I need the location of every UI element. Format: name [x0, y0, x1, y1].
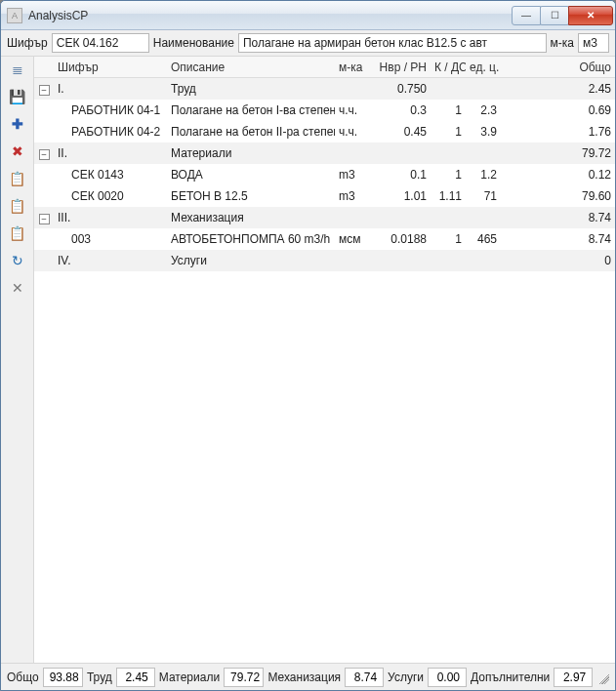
cell-desc: Труд [167, 82, 335, 96]
cell-k: 1 [431, 103, 466, 117]
table-row[interactable]: 003АВТОБЕТОНПОМПА 60 m3/hмсм0.018814658.… [34, 228, 615, 250]
grid[interactable]: Шифър Описание м-ка Нвр / РН К / ДСР ед.… [34, 57, 615, 663]
col-total[interactable]: Общо [530, 61, 615, 74]
cell-nvr: 1.01 [372, 189, 431, 203]
cell-dsr: 71 [466, 189, 501, 203]
cell-total: 8.74 [530, 211, 615, 224]
col-ed[interactable]: ед. ц. [466, 61, 501, 74]
group-row[interactable]: IV.Услуги0 [34, 250, 615, 271]
cell-total: 2.45 [530, 82, 615, 96]
code-label: Шифър [7, 36, 48, 50]
titlebar[interactable]: A AnalysisCP — ☐ ✕ [1, 1, 615, 30]
cell-nvr: 0.3 [372, 103, 431, 117]
cell-dsr: 1.2 [466, 168, 501, 182]
cell-total: 8.74 [530, 232, 615, 246]
header-form: Шифър Наименование м-ка [1, 30, 615, 57]
status-extra-label: Допълнителни [471, 671, 550, 684]
sidebar: ≣ 💾 ✚ ✖ 📋 📋 📋 ↻ ✕ [1, 57, 34, 663]
group-row[interactable]: −III.Механизация8.74 [34, 207, 615, 228]
cell-nvr: 0.45 [372, 125, 431, 139]
clipboard2-icon[interactable]: 📋 [9, 197, 26, 215]
cell-desc: Материали [167, 146, 335, 160]
cell-code: III. [54, 211, 167, 224]
cell-code: СЕК 0020 [54, 189, 167, 203]
minimize-button[interactable]: — [512, 6, 541, 25]
status-total-label: Общо [7, 671, 39, 684]
col-code[interactable]: Шифър [54, 61, 167, 74]
cell-desc: ВОДА [167, 168, 335, 182]
unit-label: м-ка [551, 36, 574, 50]
clipboard-icon[interactable]: 📋 [9, 170, 26, 187]
cell-nvr: 0.750 [372, 82, 431, 96]
cell-mka: m3 [335, 168, 372, 182]
cell-mka: ч.ч. [335, 125, 372, 139]
status-extra: 2.97 [554, 668, 593, 687]
cell-code: IV. [54, 254, 167, 267]
cell-dsr: 465 [466, 232, 501, 246]
cell-mka: m3 [335, 189, 372, 203]
grid-body: −I.Труд0.7502.45РАБОТНИК 04-1Полагане на… [34, 78, 615, 271]
unit-input[interactable] [578, 33, 609, 53]
status-labor: 2.45 [116, 668, 155, 687]
cell-dsr: 2.3 [466, 103, 501, 117]
list-icon[interactable]: ≣ [9, 61, 26, 78]
maximize-button[interactable]: ☐ [540, 6, 569, 25]
cell-nvr: 0.1 [372, 168, 431, 182]
cell-code: РАБОТНИК 04-2 [54, 125, 167, 139]
collapse-icon[interactable]: − [39, 149, 50, 160]
resize-grip[interactable] [596, 671, 609, 684]
close-button[interactable]: ✕ [568, 6, 613, 25]
cell-mka: ч.ч. [335, 103, 372, 117]
cell-k: 1.11 [431, 189, 466, 203]
body: ≣ 💾 ✚ ✖ 📋 📋 📋 ↻ ✕ Шифър Описание м-ка Нв… [1, 57, 615, 663]
table-row[interactable]: РАБОТНИК 04-2Полагане на бетон II-ра сте… [34, 121, 615, 142]
col-mka[interactable]: м-ка [335, 61, 372, 74]
col-desc[interactable]: Описание [167, 61, 335, 74]
table-row[interactable]: РАБОТНИК 04-1Полагане на бетон I-ва степ… [34, 100, 615, 121]
cell-desc: Услуги [167, 254, 335, 267]
group-row[interactable]: −I.Труд0.7502.45 [34, 78, 615, 100]
cell-total: 1.76 [530, 125, 615, 139]
group-row[interactable]: −II.Материали79.72 [34, 142, 615, 164]
clipboard3-icon[interactable]: 📋 [9, 224, 26, 242]
plus-icon[interactable]: ✚ [9, 115, 26, 133]
status-materials: 79.72 [224, 668, 264, 687]
cell-dsr: 3.9 [466, 125, 501, 139]
cell-code: I. [54, 82, 167, 96]
col-nvr[interactable]: Нвр / РН [372, 61, 431, 74]
collapse-icon[interactable]: − [39, 85, 50, 96]
status-services-label: Услуги [388, 671, 424, 684]
cell-code: 003 [54, 232, 167, 246]
cell-nvr: 0.0188 [372, 232, 431, 246]
code-input[interactable] [52, 33, 149, 53]
window-title: AnalysisCP [28, 9, 513, 22]
status-total: 93.88 [43, 668, 83, 687]
refresh-icon[interactable]: ↻ [9, 252, 26, 269]
cell-total: 0.69 [530, 103, 615, 117]
save-icon[interactable]: 💾 [9, 88, 26, 105]
cell-total: 0 [530, 254, 615, 267]
status-labor-label: Труд [87, 671, 112, 684]
app-icon: A [7, 8, 22, 23]
grid-header: Шифър Описание м-ка Нвр / РН К / ДСР ед.… [34, 57, 615, 78]
name-input[interactable] [238, 33, 547, 53]
cell-code: II. [54, 146, 167, 160]
tools-icon[interactable]: ✕ [9, 279, 26, 297]
delete-icon[interactable]: ✖ [9, 142, 26, 160]
cell-desc: АВТОБЕТОНПОМПА 60 m3/h [167, 232, 335, 246]
status-mech: 8.74 [345, 668, 384, 687]
status-mech-label: Механизация [267, 671, 341, 684]
col-k[interactable]: К / ДСР [431, 61, 466, 74]
status-materials-label: Материали [159, 671, 220, 684]
statusbar: Общо 93.88 Труд 2.45 Материали 79.72 Мех… [1, 663, 615, 690]
cell-code: РАБОТНИК 04-1 [54, 103, 167, 117]
cell-total: 79.72 [530, 146, 615, 160]
name-label: Наименование [153, 36, 234, 50]
cell-k: 1 [431, 232, 466, 246]
table-row[interactable]: СЕК 0020БЕТОН В 12.5m31.011.117179.60 [34, 185, 615, 207]
window-controls: — ☐ ✕ [513, 6, 613, 25]
table-row[interactable]: СЕК 0143ВОДАm30.111.20.12 [34, 164, 615, 185]
collapse-icon[interactable]: − [39, 214, 50, 224]
cell-total: 79.60 [530, 189, 615, 203]
cell-k: 1 [431, 125, 466, 139]
